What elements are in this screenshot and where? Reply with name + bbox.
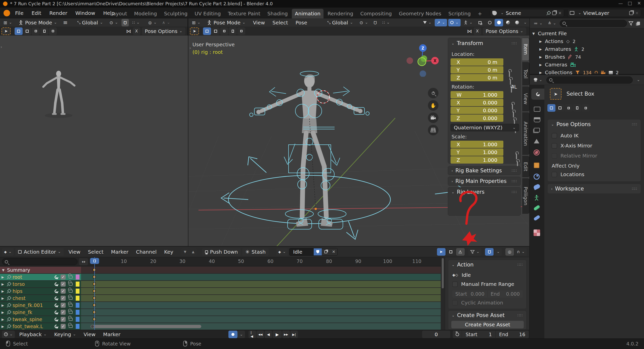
create-pose-asset-button[interactable]: Create Pose Asset — [451, 321, 524, 328]
rig-main-properties-panel[interactable]: ›Rig Main Properties∷∷ — [448, 177, 521, 186]
pivot-point-dropdown[interactable]: ⊙⌄ — [357, 19, 370, 26]
tab-object-data-properties[interactable] — [534, 195, 539, 202]
tab-item[interactable]: Item — [522, 38, 529, 61]
select-mode-subtract-icon[interactable] — [220, 27, 228, 35]
pin-icon[interactable] — [6, 324, 11, 329]
unlink-action-icon[interactable]: ✕ — [330, 248, 337, 255]
panel-grip-icon[interactable]: ∷∷ — [517, 313, 523, 318]
frame-range-fields[interactable]: Start0.000 End0.000 — [452, 290, 523, 298]
tab-animation[interactable]: Animation — [522, 112, 529, 155]
select-mode-invert-icon[interactable] — [229, 27, 237, 35]
channel-row-chest[interactable]: ▶ chest ✓ — [0, 295, 441, 301]
modifier-wrench-icon[interactable] — [54, 282, 59, 286]
left-orientation-dropdown[interactable]: ⤡Global⌄ — [74, 19, 106, 26]
vertical-scrollbar[interactable] — [442, 258, 444, 288]
editor-type-timeline-icon[interactable]: ⌄ — [2, 331, 15, 338]
tab-rendering[interactable]: Rendering — [325, 10, 356, 17]
snap-dropdown-chevron-icon[interactable]: ⌄ — [495, 248, 502, 256]
viewlayer-name[interactable]: ViewLayer — [583, 10, 627, 16]
close-button[interactable]: ✕ — [637, 1, 641, 6]
shading-wireframe-icon[interactable] — [486, 19, 494, 26]
tab-physics-properties[interactable] — [534, 174, 540, 180]
maximize-button[interactable]: □ — [628, 1, 632, 6]
x-mirror-butterfly-icon[interactable]: ⋈ — [467, 28, 472, 34]
pin-icon[interactable] — [546, 11, 550, 15]
proportional-editing-icon[interactable]: ◎ — [505, 248, 514, 256]
active-tool-select-box-icon[interactable]: ➤ — [2, 27, 11, 35]
pin-icon[interactable] — [6, 303, 11, 307]
tab-scripting[interactable]: Scripting — [445, 10, 474, 17]
main-orientation-dropdown[interactable]: ⤡Global⌄ — [324, 19, 356, 26]
select-mode-new-icon[interactable] — [15, 27, 23, 35]
previous-keyframe-button[interactable]: ◀◀ — [257, 331, 264, 338]
object-type-visibility-dropdown[interactable]: ⌄ — [421, 19, 434, 26]
rotation-x-field[interactable]: X0.000 — [451, 99, 503, 106]
outliner-row-actions[interactable]: ▶Actions ◇2 — [539, 38, 576, 45]
menu-playback[interactable]: Playback⌄ — [16, 331, 50, 338]
warning-icon[interactable]: ⚠ — [456, 248, 465, 256]
jump-to-end-button[interactable]: ▶| — [290, 331, 298, 338]
modifier-wrench-icon[interactable] — [54, 310, 59, 315]
tab-modeling[interactable]: Modeling — [131, 10, 160, 17]
horizontal-scrollbar[interactable] — [91, 325, 201, 328]
remove-viewlayer-icon[interactable]: ✕ — [635, 11, 639, 16]
panel-expand-icon[interactable]: ⌄ — [551, 123, 554, 126]
move-down-icon[interactable]: ▼ — [181, 248, 189, 256]
panel-expand-icon[interactable]: ⌄ — [452, 42, 454, 45]
rotation-z-field[interactable]: Z0.000 — [451, 114, 503, 122]
channel-enable-checkbox[interactable]: ✓ — [61, 324, 66, 329]
xray-toggle[interactable] — [476, 19, 484, 26]
scale-y-field[interactable]: Y1.000 — [451, 148, 503, 156]
unlink-scene-icon[interactable]: ✕ — [558, 11, 562, 16]
tab-bone-properties[interactable] — [533, 205, 540, 211]
left-mode-dropdown[interactable]: Pose Mode⌄ — [16, 19, 60, 26]
add-workspace-button[interactable]: + — [475, 10, 485, 17]
show-overlays-dropdown[interactable]: ⌄ — [448, 19, 461, 26]
transform-panel-title[interactable]: Transform — [457, 40, 483, 46]
properties-options-chevron-icon[interactable]: ⌄ — [635, 76, 642, 84]
shading-rendered-icon[interactable] — [513, 19, 521, 26]
select-mode-intersect-icon[interactable] — [582, 104, 590, 112]
properties-editor-type-icon[interactable]: ⌄ — [532, 76, 544, 84]
outliner-row-cameras[interactable]: ▶Cameras — [539, 61, 576, 68]
gizmo-neg-z-axis[interactable] — [420, 70, 426, 77]
locations-checkbox[interactable] — [552, 172, 557, 177]
pin-icon[interactable] — [6, 310, 11, 315]
select-mode-extend-icon[interactable] — [23, 27, 31, 35]
tab-sculpting[interactable]: Sculpting — [161, 10, 190, 17]
tab-scene-properties[interactable] — [534, 139, 539, 143]
gizmo-y-axis-front[interactable] — [418, 58, 426, 66]
channel-enable-checkbox[interactable]: ✓ — [61, 282, 66, 287]
end-frame-field[interactable]: End16 — [496, 332, 529, 337]
menu-edit[interactable]: Edit — [28, 9, 44, 17]
channel-row-tweak-spine[interactable]: ▶ tweak_spine ✓ — [0, 316, 441, 323]
tab-tool[interactable]: Tool — [522, 62, 529, 85]
tab-object-properties[interactable] — [534, 163, 539, 168]
menu-view[interactable]: View — [80, 331, 98, 338]
modifier-wrench-icon[interactable] — [54, 289, 59, 293]
panel-expand-icon[interactable]: ⌄ — [452, 314, 455, 317]
select-mode-intersect-icon[interactable] — [49, 27, 57, 35]
cyclic-animation-checkbox[interactable] — [452, 300, 458, 305]
tab-texture-paint[interactable]: Texture Paint — [225, 10, 263, 17]
tab-view[interactable]: View — [522, 87, 529, 111]
channel-search[interactable] — [2, 258, 77, 265]
tab-geometry-nodes[interactable]: Geometry Nodes — [396, 10, 445, 17]
move-up-icon[interactable]: ▲ — [189, 248, 197, 256]
box-select-icon[interactable] — [447, 248, 455, 256]
mirror-x-button[interactable]: X — [133, 27, 140, 35]
menu-keying[interactable]: Keying⌄ — [51, 331, 79, 338]
new-viewlayer-icon[interactable] — [629, 11, 633, 15]
properties-search-input[interactable] — [554, 77, 630, 83]
tab-tool-properties[interactable] — [531, 89, 544, 100]
pin-icon[interactable] — [6, 317, 11, 322]
filter-dropdown[interactable]: ⌄ — [468, 248, 482, 256]
channel-enable-checkbox[interactable]: ✓ — [61, 310, 66, 315]
workspace-panel[interactable]: ›Workspace ∷∷ — [547, 184, 641, 194]
editor-type-viewport-icon[interactable]: ⊞⌄ — [2, 19, 14, 26]
record-dropdown-chevron-icon[interactable]: ⌄ — [238, 331, 245, 338]
outliner-row-armatures[interactable]: ▶Armatures 2 — [539, 46, 584, 53]
tab-poliigon[interactable]: Poliigon — [522, 178, 529, 214]
pan-hand-button[interactable]: ✋ — [428, 100, 438, 111]
channel-row-summary[interactable]: ▼Summary — [0, 267, 441, 273]
